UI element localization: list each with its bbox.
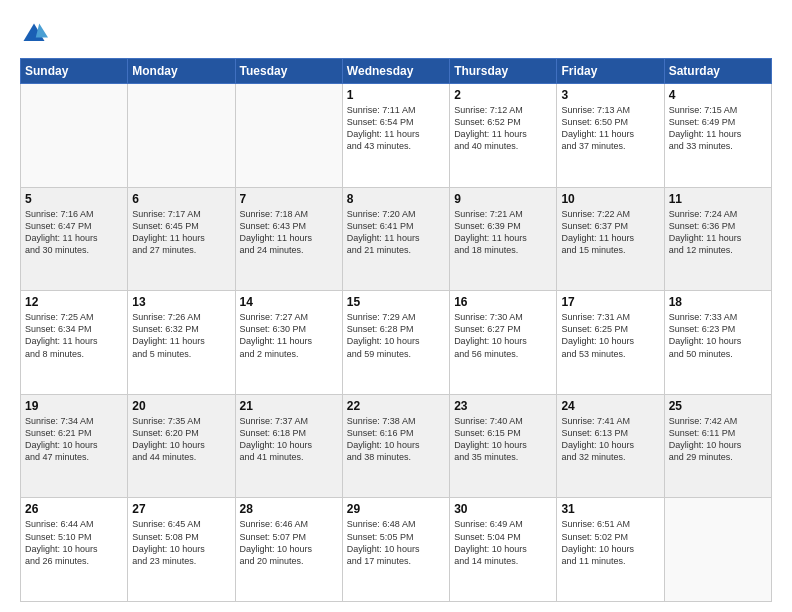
calendar-cell: 21Sunrise: 7:37 AM Sunset: 6:18 PM Dayli… <box>235 394 342 498</box>
day-number: 8 <box>347 192 445 206</box>
day-number: 29 <box>347 502 445 516</box>
logo-icon <box>20 20 48 48</box>
day-info: Sunrise: 7:38 AM Sunset: 6:16 PM Dayligh… <box>347 415 445 464</box>
calendar-cell: 19Sunrise: 7:34 AM Sunset: 6:21 PM Dayli… <box>21 394 128 498</box>
day-number: 2 <box>454 88 552 102</box>
calendar-cell: 12Sunrise: 7:25 AM Sunset: 6:34 PM Dayli… <box>21 291 128 395</box>
calendar-cell <box>664 498 771 602</box>
day-info: Sunrise: 7:40 AM Sunset: 6:15 PM Dayligh… <box>454 415 552 464</box>
day-number: 6 <box>132 192 230 206</box>
day-header-friday: Friday <box>557 59 664 84</box>
calendar-cell: 4Sunrise: 7:15 AM Sunset: 6:49 PM Daylig… <box>664 84 771 188</box>
calendar-week-row: 5Sunrise: 7:16 AM Sunset: 6:47 PM Daylig… <box>21 187 772 291</box>
day-info: Sunrise: 6:49 AM Sunset: 5:04 PM Dayligh… <box>454 518 552 567</box>
day-info: Sunrise: 7:25 AM Sunset: 6:34 PM Dayligh… <box>25 311 123 360</box>
calendar-cell: 30Sunrise: 6:49 AM Sunset: 5:04 PM Dayli… <box>450 498 557 602</box>
calendar-cell: 24Sunrise: 7:41 AM Sunset: 6:13 PM Dayli… <box>557 394 664 498</box>
day-header-monday: Monday <box>128 59 235 84</box>
day-info: Sunrise: 7:27 AM Sunset: 6:30 PM Dayligh… <box>240 311 338 360</box>
day-info: Sunrise: 6:48 AM Sunset: 5:05 PM Dayligh… <box>347 518 445 567</box>
day-info: Sunrise: 7:29 AM Sunset: 6:28 PM Dayligh… <box>347 311 445 360</box>
day-number: 31 <box>561 502 659 516</box>
day-info: Sunrise: 6:45 AM Sunset: 5:08 PM Dayligh… <box>132 518 230 567</box>
calendar-cell: 6Sunrise: 7:17 AM Sunset: 6:45 PM Daylig… <box>128 187 235 291</box>
day-number: 10 <box>561 192 659 206</box>
day-header-saturday: Saturday <box>664 59 771 84</box>
calendar-cell <box>21 84 128 188</box>
calendar-cell: 29Sunrise: 6:48 AM Sunset: 5:05 PM Dayli… <box>342 498 449 602</box>
calendar-cell: 5Sunrise: 7:16 AM Sunset: 6:47 PM Daylig… <box>21 187 128 291</box>
page: SundayMondayTuesdayWednesdayThursdayFrid… <box>0 0 792 612</box>
day-number: 20 <box>132 399 230 413</box>
calendar-cell: 2Sunrise: 7:12 AM Sunset: 6:52 PM Daylig… <box>450 84 557 188</box>
day-info: Sunrise: 7:12 AM Sunset: 6:52 PM Dayligh… <box>454 104 552 153</box>
day-header-wednesday: Wednesday <box>342 59 449 84</box>
day-info: Sunrise: 7:22 AM Sunset: 6:37 PM Dayligh… <box>561 208 659 257</box>
day-number: 26 <box>25 502 123 516</box>
calendar-cell: 14Sunrise: 7:27 AM Sunset: 6:30 PM Dayli… <box>235 291 342 395</box>
calendar-table: SundayMondayTuesdayWednesdayThursdayFrid… <box>20 58 772 602</box>
calendar-week-row: 12Sunrise: 7:25 AM Sunset: 6:34 PM Dayli… <box>21 291 772 395</box>
calendar-cell: 10Sunrise: 7:22 AM Sunset: 6:37 PM Dayli… <box>557 187 664 291</box>
day-header-thursday: Thursday <box>450 59 557 84</box>
svg-marker-1 <box>36 24 48 38</box>
day-info: Sunrise: 7:35 AM Sunset: 6:20 PM Dayligh… <box>132 415 230 464</box>
calendar-cell: 15Sunrise: 7:29 AM Sunset: 6:28 PM Dayli… <box>342 291 449 395</box>
day-info: Sunrise: 6:44 AM Sunset: 5:10 PM Dayligh… <box>25 518 123 567</box>
calendar-week-row: 19Sunrise: 7:34 AM Sunset: 6:21 PM Dayli… <box>21 394 772 498</box>
calendar-cell: 18Sunrise: 7:33 AM Sunset: 6:23 PM Dayli… <box>664 291 771 395</box>
day-number: 13 <box>132 295 230 309</box>
day-info: Sunrise: 7:15 AM Sunset: 6:49 PM Dayligh… <box>669 104 767 153</box>
calendar-cell: 28Sunrise: 6:46 AM Sunset: 5:07 PM Dayli… <box>235 498 342 602</box>
calendar-cell: 17Sunrise: 7:31 AM Sunset: 6:25 PM Dayli… <box>557 291 664 395</box>
calendar-week-row: 26Sunrise: 6:44 AM Sunset: 5:10 PM Dayli… <box>21 498 772 602</box>
calendar-week-row: 1Sunrise: 7:11 AM Sunset: 6:54 PM Daylig… <box>21 84 772 188</box>
calendar-cell: 26Sunrise: 6:44 AM Sunset: 5:10 PM Dayli… <box>21 498 128 602</box>
day-info: Sunrise: 7:21 AM Sunset: 6:39 PM Dayligh… <box>454 208 552 257</box>
day-info: Sunrise: 7:20 AM Sunset: 6:41 PM Dayligh… <box>347 208 445 257</box>
calendar-cell: 13Sunrise: 7:26 AM Sunset: 6:32 PM Dayli… <box>128 291 235 395</box>
day-info: Sunrise: 7:13 AM Sunset: 6:50 PM Dayligh… <box>561 104 659 153</box>
day-info: Sunrise: 7:42 AM Sunset: 6:11 PM Dayligh… <box>669 415 767 464</box>
calendar-cell: 23Sunrise: 7:40 AM Sunset: 6:15 PM Dayli… <box>450 394 557 498</box>
calendar-cell: 25Sunrise: 7:42 AM Sunset: 6:11 PM Dayli… <box>664 394 771 498</box>
day-info: Sunrise: 7:34 AM Sunset: 6:21 PM Dayligh… <box>25 415 123 464</box>
day-number: 24 <box>561 399 659 413</box>
day-number: 18 <box>669 295 767 309</box>
calendar-cell <box>128 84 235 188</box>
day-number: 23 <box>454 399 552 413</box>
day-number: 4 <box>669 88 767 102</box>
day-number: 15 <box>347 295 445 309</box>
calendar-cell: 1Sunrise: 7:11 AM Sunset: 6:54 PM Daylig… <box>342 84 449 188</box>
calendar-cell: 3Sunrise: 7:13 AM Sunset: 6:50 PM Daylig… <box>557 84 664 188</box>
day-number: 14 <box>240 295 338 309</box>
day-number: 1 <box>347 88 445 102</box>
day-info: Sunrise: 7:31 AM Sunset: 6:25 PM Dayligh… <box>561 311 659 360</box>
day-info: Sunrise: 7:16 AM Sunset: 6:47 PM Dayligh… <box>25 208 123 257</box>
day-info: Sunrise: 7:17 AM Sunset: 6:45 PM Dayligh… <box>132 208 230 257</box>
calendar-cell: 27Sunrise: 6:45 AM Sunset: 5:08 PM Dayli… <box>128 498 235 602</box>
day-number: 28 <box>240 502 338 516</box>
day-info: Sunrise: 6:46 AM Sunset: 5:07 PM Dayligh… <box>240 518 338 567</box>
day-number: 7 <box>240 192 338 206</box>
calendar-cell: 9Sunrise: 7:21 AM Sunset: 6:39 PM Daylig… <box>450 187 557 291</box>
day-number: 27 <box>132 502 230 516</box>
day-number: 19 <box>25 399 123 413</box>
calendar-cell: 7Sunrise: 7:18 AM Sunset: 6:43 PM Daylig… <box>235 187 342 291</box>
day-number: 25 <box>669 399 767 413</box>
day-info: Sunrise: 7:18 AM Sunset: 6:43 PM Dayligh… <box>240 208 338 257</box>
day-header-tuesday: Tuesday <box>235 59 342 84</box>
calendar-cell: 31Sunrise: 6:51 AM Sunset: 5:02 PM Dayli… <box>557 498 664 602</box>
day-number: 21 <box>240 399 338 413</box>
calendar-cell: 16Sunrise: 7:30 AM Sunset: 6:27 PM Dayli… <box>450 291 557 395</box>
day-number: 5 <box>25 192 123 206</box>
day-number: 3 <box>561 88 659 102</box>
day-info: Sunrise: 7:33 AM Sunset: 6:23 PM Dayligh… <box>669 311 767 360</box>
day-number: 30 <box>454 502 552 516</box>
logo <box>20 18 50 48</box>
calendar-cell <box>235 84 342 188</box>
day-info: Sunrise: 7:41 AM Sunset: 6:13 PM Dayligh… <box>561 415 659 464</box>
day-number: 16 <box>454 295 552 309</box>
calendar-cell: 11Sunrise: 7:24 AM Sunset: 6:36 PM Dayli… <box>664 187 771 291</box>
day-info: Sunrise: 6:51 AM Sunset: 5:02 PM Dayligh… <box>561 518 659 567</box>
